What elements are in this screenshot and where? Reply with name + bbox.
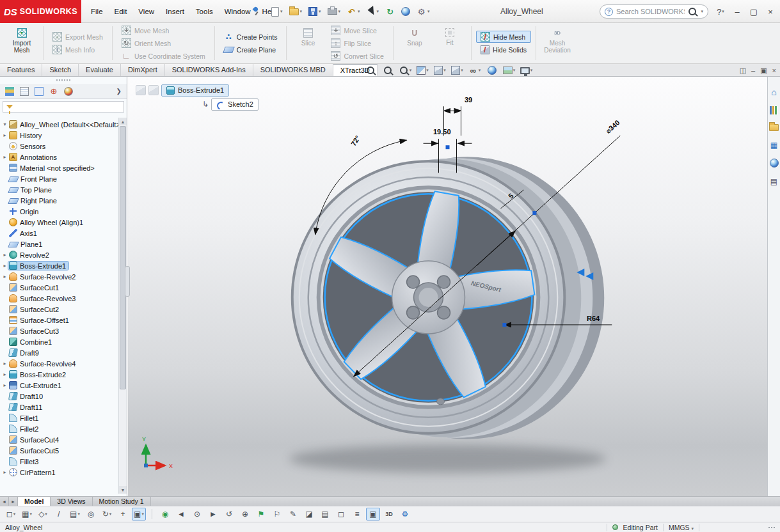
markup-pen-button[interactable]: ✎ [286, 508, 300, 520]
featuremanager-tab[interactable] [5, 87, 14, 96]
tab-features[interactable]: Features [0, 64, 42, 76]
dropdown-icon[interactable]: ▾ [427, 9, 430, 14]
menu-insert[interactable]: Insert [160, 6, 190, 17]
tree-item-surface-revolve2[interactable]: ▸Surface-Revolve2 [1, 271, 118, 282]
grid-view-button[interactable]: ▤▾ [68, 508, 82, 520]
options-button[interactable]: ⚙▾ [414, 6, 433, 18]
flag-end-button[interactable]: ⚐ [270, 508, 284, 520]
expand-icon[interactable]: ▸ [1, 469, 8, 475]
appearances-tab[interactable] [770, 159, 779, 168]
view-palette-tab[interactable]: ▦ [769, 140, 779, 150]
menu-edit[interactable]: Edit [109, 6, 133, 17]
flip-slice-button[interactable]: ↕Flip Slice [326, 37, 388, 49]
step-back-button[interactable]: ◄ [174, 508, 188, 520]
tree-item-sensors[interactable]: Sensors [1, 141, 118, 152]
3d-view-button[interactable]: 3D [382, 508, 396, 520]
view-orientation-button[interactable]: ▾ [431, 65, 449, 77]
hide-mesh-button[interactable]: /Hide Mesh [476, 31, 531, 43]
expand-icon[interactable]: ▸ [1, 372, 8, 377]
expand-icon[interactable]: ▸ [1, 132, 8, 138]
tree-item-draft11[interactable]: Draft11 [1, 402, 118, 412]
anchor-button[interactable]: ⊕ [238, 508, 252, 520]
doc-tab-motion-study-1[interactable]: Motion Study 1 [93, 497, 151, 506]
navigate-button[interactable]: ◉ [158, 508, 172, 520]
save-button[interactable]: ▾ [306, 6, 324, 17]
tree-item-front-plane[interactable]: Front Plane [1, 173, 118, 184]
zoom-area-button[interactable] [379, 65, 397, 77]
mesh-deviation-button[interactable]: 3DMesh Deviation [541, 24, 574, 62]
pan-button[interactable]: + [116, 508, 130, 520]
erase-button[interactable]: ◪ [302, 508, 316, 520]
tree-item-fillet1[interactable]: Fillet1 [1, 412, 118, 423]
section-grid-button[interactable]: ▣▾ [132, 508, 146, 520]
section-view-button[interactable]: ▾ [414, 65, 431, 77]
dimension-39[interactable]: 39 [465, 96, 472, 104]
tree-item-cirpattern1[interactable]: ▸CirPattern1 [1, 467, 118, 478]
tab-sketch[interactable]: Sketch [42, 64, 79, 76]
tree-item-boss-extrude1[interactable]: ▸Boss-Extrude1 [1, 260, 118, 271]
flag-start-button[interactable]: ⚑ [254, 508, 268, 520]
maximize-button[interactable]: ▢ [745, 4, 762, 19]
fit-button[interactable]: Fit [433, 24, 466, 62]
tree-item-plane1[interactable]: Plane1 [1, 239, 118, 249]
scrollbar-thumb[interactable] [120, 126, 126, 389]
plane-view-button[interactable]: ◇▾ [36, 508, 50, 520]
tree-filter[interactable] [3, 101, 124, 113]
file-explorer-tab[interactable] [769, 123, 779, 132]
mesh-info-button[interactable]: iMesh Info [48, 43, 107, 56]
doc-tab-model[interactable]: Model [18, 497, 51, 506]
tree-item-axis1[interactable]: Axis1 [1, 228, 118, 239]
tree-item-annotations[interactable]: ▸Annotations [1, 152, 118, 162]
reset-view-button[interactable]: ↺ [222, 508, 236, 520]
tree-item-surfacecut1[interactable]: SurfaceCut1 [1, 282, 118, 293]
graphics-viewport[interactable]: NEOSport [128, 77, 767, 496]
scroll-down-icon[interactable]: ▼ [119, 486, 127, 494]
tab-evaluate[interactable]: Evaluate [79, 64, 121, 76]
minimize-button[interactable]: – [729, 4, 745, 19]
dropdown-icon[interactable]: ▾ [319, 9, 321, 14]
tree-item-surfacecut4[interactable]: SurfaceCut4 [1, 434, 118, 445]
tab-solidworks-add-ins[interactable]: SOLIDWORKS Add-Ins [165, 64, 253, 76]
custom-properties-tab[interactable]: ▤ [769, 176, 779, 186]
configurationmanager-tab[interactable] [35, 87, 44, 96]
view-settings-button[interactable]: ▾ [518, 65, 535, 77]
menu-tools[interactable]: Tools [190, 6, 219, 17]
tree-item-fillet3[interactable]: Fillet3 [1, 456, 118, 467]
dimension-r64[interactable]: R64 [587, 315, 600, 322]
expand-icon[interactable]: ▸ [1, 263, 8, 269]
move-slice-button[interactable]: +Move Slice [326, 24, 388, 36]
breadcrumb-sketch[interactable]: Sketch2 [211, 98, 259, 111]
tree-item-draft10[interactable]: Draft10 [1, 391, 118, 402]
apply-scene-button[interactable]: ▾ [500, 65, 518, 77]
select-box-button[interactable]: ◻ [334, 508, 348, 520]
dimxpertmanager-tab[interactable]: ⊕ [49, 87, 58, 96]
tree-item-cut-extrude1[interactable]: ▸Cut-Extrude1 [1, 380, 118, 391]
expand-icon[interactable]: ▸ [1, 154, 8, 160]
tree-item-revolve2[interactable]: ▸Revolve2 [1, 249, 118, 260]
pin-toolbar-button[interactable] [251, 6, 260, 16]
tree-item-boss-extrude2[interactable]: ▸Boss-Extrude2 [1, 369, 118, 380]
panel-expand-icon[interactable]: ❯ [116, 88, 122, 95]
tab-solidworks-mbd[interactable]: SOLIDWORKS MBD [253, 64, 333, 76]
rotate-view-button[interactable]: ↻▾ [100, 508, 114, 520]
use-coordinate-system-button[interactable]: ∟Use Coordinate System [117, 50, 210, 62]
import-mesh-button[interactable]: ▼Import Mesh [5, 24, 38, 62]
tab-dimxpert[interactable]: DimXpert [121, 64, 165, 76]
scroll-up-icon[interactable]: ▲ [119, 118, 127, 125]
create-plane-button[interactable]: Create Plane [219, 43, 282, 56]
tree-item-surfacecut2[interactable]: SurfaceCut2 [1, 304, 118, 315]
edit-appearance-button[interactable] [399, 6, 413, 17]
snap-button[interactable]: USnap [398, 24, 431, 62]
record-button[interactable]: ⊙ [190, 508, 204, 520]
tree-item-history[interactable]: ▸History [1, 130, 118, 141]
design-library-tab[interactable] [770, 106, 778, 114]
target-button[interactable]: ◎ [84, 508, 98, 520]
tree-root[interactable]: ▾ Alloy_Wheel (Default<<Default>_Displ [1, 119, 118, 130]
expand-icon[interactable]: ▾ [1, 121, 8, 127]
select-button[interactable]: ▾ [364, 5, 382, 18]
expand-icon[interactable]: ▸ [1, 382, 8, 388]
expand-icon[interactable]: ▸ [1, 361, 8, 366]
step-forward-button[interactable]: ► [206, 508, 220, 520]
tree-item-right-plane[interactable]: Right Plane [1, 195, 118, 206]
tree-item-surface-revolve4[interactable]: ▸Surface-Revolve4 [1, 358, 118, 369]
